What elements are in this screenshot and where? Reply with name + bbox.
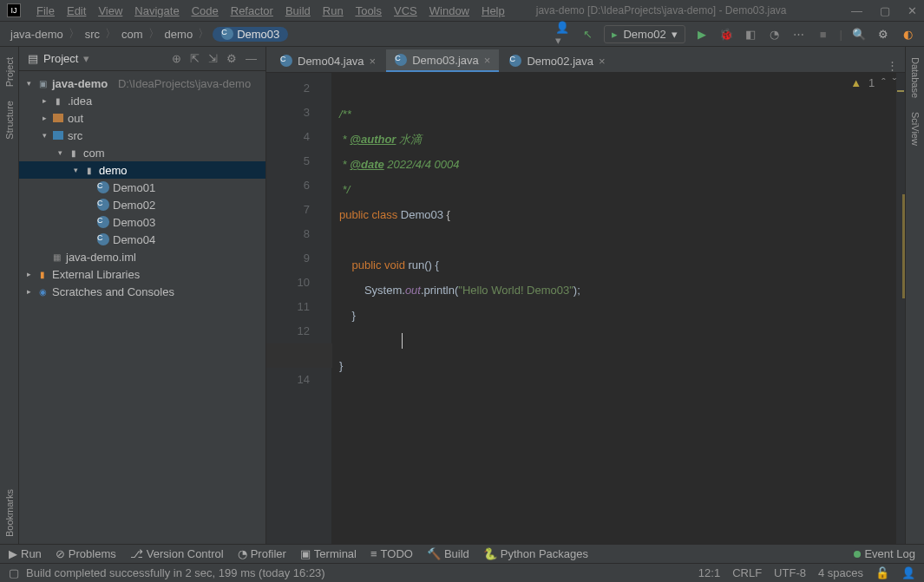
status-indent[interactable]: 4 spaces <box>818 566 863 579</box>
close-icon[interactable]: × <box>599 55 606 68</box>
minimize-icon[interactable]: — <box>851 4 862 17</box>
coverage-icon[interactable]: ◧ <box>743 26 758 42</box>
editor-inspections[interactable]: ▲1 ˆ ˇ <box>850 76 896 89</box>
panel-title[interactable]: Project <box>43 52 78 65</box>
select-opened-icon[interactable]: ⊕ <box>172 52 181 65</box>
tool-event-log[interactable]: Event Log <box>854 547 915 560</box>
tree-iml[interactable]: ▦java-demo.iml <box>19 248 265 265</box>
app-logo-icon: IJ <box>7 3 21 17</box>
rail-structure[interactable]: Structure <box>4 101 15 140</box>
menu-code[interactable]: Code <box>187 3 224 19</box>
tool-todo[interactable]: ≡TODO <box>370 547 413 560</box>
status-tools-icon[interactable]: ▢ <box>9 566 19 579</box>
title-bar: IJ File Edit View Navigate Code Refactor… <box>0 0 924 21</box>
crumb-demo[interactable]: demo <box>163 28 195 41</box>
tool-python[interactable]: 🐍Python Packages <box>483 547 588 560</box>
code-editor[interactable]: 234567891011121314 /** * @author 水滴 * @d… <box>266 73 905 544</box>
tabs-more-icon[interactable]: ⋮ <box>880 59 905 72</box>
search-icon[interactable]: 🔍 <box>851 26 867 42</box>
error-stripe[interactable] <box>896 73 905 544</box>
problems-icon: ⊘ <box>56 547 65 560</box>
close-icon[interactable]: × <box>484 54 491 67</box>
expand-all-icon[interactable]: ⇱ <box>190 52 200 65</box>
user-icon[interactable]: 👤▾ <box>555 26 571 42</box>
folder-icon: ▤ <box>28 52 38 65</box>
menu-file[interactable]: File <box>31 3 60 19</box>
debug-icon[interactable]: 🐞 <box>718 26 734 42</box>
tool-profiler[interactable]: ◔Profiler <box>238 547 286 560</box>
status-caret-pos[interactable]: 12:1 <box>698 566 720 579</box>
crumb-src[interactable]: src <box>83 28 102 41</box>
lock-icon[interactable]: 🔓 <box>875 566 889 579</box>
rail-project[interactable]: Project <box>4 57 15 87</box>
attach-icon[interactable]: ⋯ <box>791 26 807 42</box>
menu-vcs[interactable]: VCS <box>389 3 423 19</box>
tree-file-demo02[interactable]: CDemo02 <box>19 196 265 213</box>
app-icon: ▸ <box>612 28 618 41</box>
ide-status-icon[interactable]: 👤 <box>901 566 915 579</box>
rail-database[interactable]: Database <box>910 57 921 98</box>
tool-problems[interactable]: ⊘Problems <box>56 547 116 560</box>
bottom-tool-bar: ▶Run ⊘Problems ⎇Version Control ◔Profile… <box>0 544 924 563</box>
tree-scratches[interactable]: ▸◉Scratches and Consoles <box>19 283 265 300</box>
project-tree: ▾▣java-demo D:\IdeaProjects\java-demo ▸▮… <box>19 71 265 544</box>
text-cursor <box>402 333 403 349</box>
play-icon: ▶ <box>9 547 17 560</box>
settings-icon[interactable]: ⚙ <box>875 26 891 42</box>
hide-icon[interactable]: — <box>246 52 257 65</box>
tool-run[interactable]: ▶Run <box>9 547 42 560</box>
tool-terminal[interactable]: ▣Terminal <box>300 547 357 560</box>
tab-demo04[interactable]: CDemo04.java× <box>272 49 384 72</box>
warning-icon: ▲ <box>850 76 862 89</box>
tree-file-demo04[interactable]: CDemo04 <box>19 231 265 248</box>
menu-refactor[interactable]: Refactor <box>226 3 279 19</box>
tree-file-demo01[interactable]: CDemo01 <box>19 179 265 196</box>
run-icon[interactable]: ▶ <box>694 26 710 42</box>
menu-window[interactable]: Window <box>424 3 475 19</box>
rail-bookmarks[interactable]: Bookmarks <box>4 489 15 537</box>
menu-run[interactable]: Run <box>318 3 349 19</box>
tree-com[interactable]: ▾▮com <box>19 144 265 161</box>
chevron-up-icon[interactable]: ˆ <box>881 76 885 89</box>
stop-icon[interactable]: ■ <box>816 26 831 42</box>
tree-src[interactable]: ▾src <box>19 127 265 144</box>
menu-navigate[interactable]: Navigate <box>129 3 184 19</box>
collapse-icon[interactable]: ⇲ <box>208 52 218 65</box>
warning-range <box>902 194 905 298</box>
menu-help[interactable]: Help <box>476 3 510 19</box>
tool-build[interactable]: 🔨Build <box>427 547 469 560</box>
tree-demo[interactable]: ▾▮demo <box>19 161 265 179</box>
tree-root[interactable]: ▾▣java-demo D:\IdeaProjects\java-demo <box>19 75 265 92</box>
close-icon[interactable]: × <box>370 55 377 68</box>
tab-demo03[interactable]: CDemo03.java× <box>386 49 499 72</box>
chevron-down-icon[interactable]: ▾ <box>83 52 89 65</box>
tool-vcs[interactable]: ⎇Version Control <box>130 547 224 560</box>
maximize-icon[interactable]: ▢ <box>880 4 890 17</box>
tab-demo02[interactable]: CDemo02.java× <box>501 49 613 72</box>
menu-edit[interactable]: Edit <box>62 3 91 19</box>
menu-view[interactable]: View <box>93 3 128 19</box>
run-config-selector[interactable]: ▸ Demo02 ▾ <box>604 25 685 43</box>
jetbrains-icon[interactable]: ◐ <box>900 26 915 42</box>
close-icon[interactable]: ✕ <box>908 4 917 17</box>
back-icon[interactable]: ↖ <box>580 26 595 42</box>
crumb-com[interactable]: com <box>120 28 145 41</box>
crumb-file[interactable]: CDemo03 <box>213 27 288 42</box>
tree-file-demo03[interactable]: CDemo03 <box>19 213 265 231</box>
status-encoding[interactable]: UTF-8 <box>774 566 806 579</box>
tree-idea[interactable]: ▸▮.idea <box>19 92 265 109</box>
gear-icon[interactable]: ⚙ <box>226 52 237 65</box>
breadcrumb: java-demo〉 src〉 com〉 demo〉 CDemo03 <box>9 26 288 42</box>
profile-icon[interactable]: ◔ <box>767 26 783 42</box>
menu-build[interactable]: Build <box>280 3 316 19</box>
menu-tools[interactable]: Tools <box>351 3 387 19</box>
tree-out[interactable]: ▸out <box>19 109 265 127</box>
window-title: java-demo [D:\IdeaProjects\java-demo] - … <box>536 4 787 16</box>
crumb-root[interactable]: java-demo <box>9 28 65 41</box>
rail-sciview[interactable]: SciView <box>910 112 921 146</box>
profiler-icon: ◔ <box>238 547 247 560</box>
warning-mark[interactable] <box>897 90 904 92</box>
tree-ext-libs[interactable]: ▸▮External Libraries <box>19 265 265 283</box>
status-line-ending[interactable]: CRLF <box>732 566 762 579</box>
python-icon: 🐍 <box>483 547 497 560</box>
